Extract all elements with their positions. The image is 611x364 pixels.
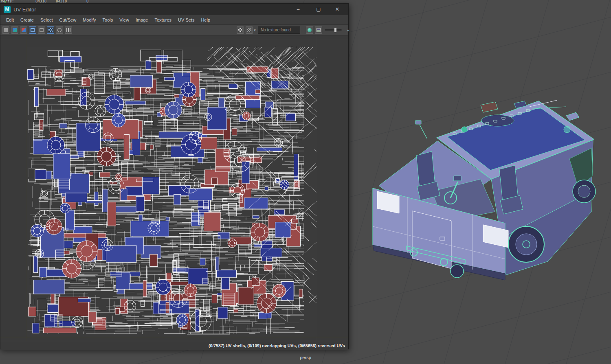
menu-image[interactable]: Image — [132, 18, 152, 22]
image-display-icon[interactable] — [315, 26, 322, 34]
menu-bar: Edit Create Select Cut/Sew Modify Tools … — [0, 15, 348, 25]
menu-create[interactable]: Create — [17, 18, 37, 22]
uv-gridline-top — [0, 40, 348, 40]
uv-view[interactable]: 4 — [0, 35, 348, 341]
uv-gridline-right — [317, 35, 317, 341]
menu-select[interactable]: Select — [37, 18, 56, 22]
menu-uv-sets[interactable]: UV Sets — [175, 18, 198, 22]
distortion-display-icon[interactable] — [20, 26, 27, 34]
exposure-slider[interactable] — [325, 29, 342, 31]
texture-name-field[interactable]: No texture found — [258, 26, 300, 34]
menu-textures[interactable]: Textures — [151, 18, 175, 22]
uv-editor-window: M UV Editor – ▢ ✕ Edit Create Select Cut… — [0, 3, 349, 349]
texture-borders-icon[interactable] — [29, 26, 36, 34]
minimize-button[interactable]: – — [291, 4, 305, 15]
exposure-slider-handle[interactable] — [334, 28, 336, 32]
checkered-tiles-icon[interactable] — [47, 26, 54, 34]
texture-dropdown-caret-icon[interactable]: ▾ — [254, 28, 256, 32]
camera-label: persp — [0, 355, 611, 360]
shaded-uv-display-icon[interactable] — [11, 26, 18, 34]
maya-icon: M — [4, 6, 11, 13]
shell-borders-icon[interactable] — [38, 26, 45, 34]
uv-axis-u — [0, 337, 348, 337]
checker-map-icon[interactable] — [237, 26, 244, 34]
menu-view[interactable]: View — [116, 18, 132, 22]
toolbar-overflow-icon[interactable]: » — [347, 28, 348, 33]
close-button[interactable]: ✕ — [330, 4, 344, 15]
uv-canvas[interactable] — [27, 47, 316, 337]
menu-cut-sew[interactable]: Cut/Sew — [56, 18, 80, 22]
uv-toolbar: ▾ No texture found » — [0, 25, 348, 35]
verts-selected: 84318 — [56, 0, 67, 3]
uv-texture-image-icon[interactable] — [65, 26, 72, 34]
pattern-select-icon[interactable] — [246, 26, 253, 34]
uv-status-bar: (0/7587) UV shells, (0/109) overlapping … — [0, 341, 348, 350]
title-bar[interactable]: M UV Editor – ▢ ✕ — [0, 4, 348, 15]
menu-help[interactable]: Help — [198, 18, 213, 22]
window-title: UV Editor — [13, 7, 36, 13]
menu-tools[interactable]: Tools — [99, 18, 116, 22]
verts-extra: 0 — [86, 0, 88, 3]
uv-shell-stats: (0/7587) UV shells, (0/109) overlapping … — [209, 343, 345, 348]
verts-total: 84318 — [35, 0, 46, 3]
uv-grid-icon[interactable] — [2, 26, 9, 34]
menu-modify[interactable]: Modify — [79, 18, 99, 22]
isolate-select-icon[interactable] — [306, 26, 313, 34]
menu-edit[interactable]: Edit — [3, 18, 17, 22]
dim-image-icon[interactable] — [56, 26, 63, 34]
maximize-button[interactable]: ▢ — [312, 4, 325, 15]
